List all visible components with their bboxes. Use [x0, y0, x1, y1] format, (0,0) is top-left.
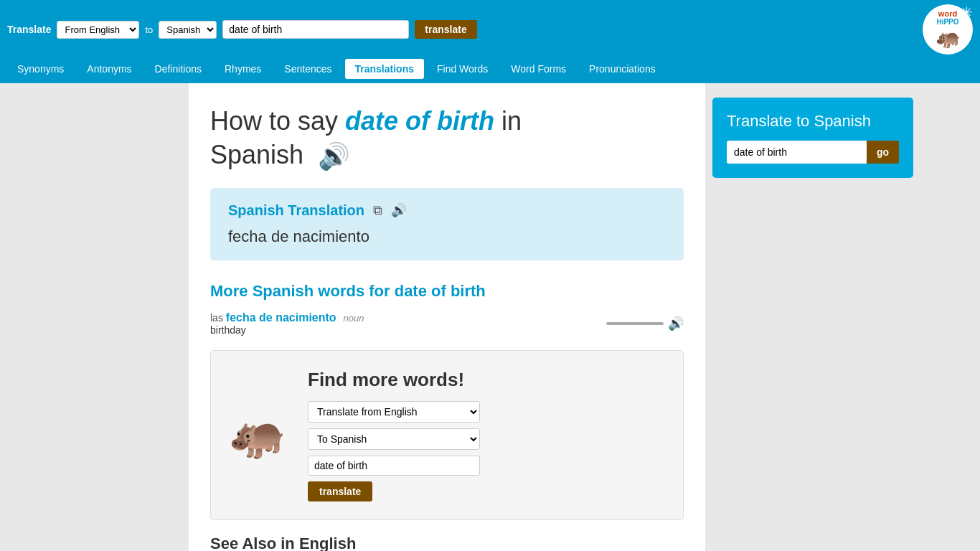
progress-bar: [606, 322, 664, 325]
tab-translations[interactable]: Translations: [345, 59, 424, 79]
copy-icon[interactable]: ⧉: [373, 203, 382, 218]
translation-speaker-icon[interactable]: 🔊: [391, 202, 407, 218]
translate-label: Translate: [7, 24, 51, 35]
find-more-box: 🦛 Find more words! Translate from Englis…: [210, 350, 684, 520]
audio-bar: 🔊: [606, 316, 684, 331]
find-more-content: Find more words! Translate from English …: [308, 369, 665, 501]
word-main-link[interactable]: fecha de nacimiento: [226, 311, 336, 324]
word-article: las: [210, 312, 223, 324]
sidebar-title: Translate to Spanish: [727, 112, 899, 131]
title-speaker-icon[interactable]: 🔊: [318, 140, 350, 174]
logo-word2: HiPPO: [936, 18, 961, 26]
top-bar: Translate From English From Spanish From…: [0, 0, 980, 59]
title-prefix: How to say: [210, 106, 338, 136]
sidebar-go-button[interactable]: go: [867, 141, 899, 164]
header: Translate From English From Spanish From…: [0, 0, 980, 83]
translate-sidebar-box: Translate to Spanish go: [712, 98, 913, 178]
main-layout: How to say date of birth in Spanish 🔊 Sp…: [60, 83, 920, 551]
tab-sentences[interactable]: Sentences: [274, 59, 341, 79]
find-search-input[interactable]: [308, 456, 480, 476]
word-speaker-icon[interactable]: 🔊: [668, 316, 684, 331]
content-area: How to say date of birth in Spanish 🔊 Sp…: [189, 83, 705, 551]
find-to-select[interactable]: To Spanish To French To German: [308, 428, 480, 450]
word-entry-left: las fecha de nacimiento noun birthday: [210, 311, 598, 336]
translation-box-header: Spanish Translation ⧉ 🔊: [228, 202, 666, 219]
word-pos: noun: [344, 313, 364, 324]
translated-word: fecha de nacimiento: [228, 227, 666, 246]
tab-find-words[interactable]: Find Words: [427, 59, 498, 79]
tab-rhymes[interactable]: Rhymes: [215, 59, 271, 79]
hippo-mascot-icon: 🦛: [229, 408, 286, 462]
logo-container: word HiPPO 🦛: [923, 4, 973, 55]
word-line: las fecha de nacimiento noun: [210, 311, 598, 324]
tab-antonyms[interactable]: Antonyms: [77, 59, 141, 79]
word-meaning: birthday: [210, 324, 598, 336]
tab-pronunciations[interactable]: Pronunciations: [579, 59, 666, 79]
search-input[interactable]: [222, 20, 409, 39]
title-lang: Spanish: [210, 140, 303, 169]
more-words-title: More Spanish words for date of birth: [210, 282, 684, 301]
sidebar-input-row: go: [727, 141, 899, 164]
logo-word1: word: [936, 9, 961, 18]
translate-button-top[interactable]: translate: [415, 20, 476, 39]
find-more-title: Find more words!: [308, 369, 665, 391]
translation-box-title: Spanish Translation: [228, 202, 364, 219]
see-also-title: See Also in English: [210, 534, 684, 551]
to-label: to: [145, 24, 153, 35]
tab-word-forms[interactable]: Word Forms: [501, 59, 576, 79]
right-sidebar: Translate to Spanish go: [705, 83, 920, 551]
logo-area: word HiPPO 🦛: [923, 4, 973, 55]
page-title: How to say date of birth in Spanish 🔊: [210, 105, 684, 174]
title-suffix: in: [501, 106, 522, 136]
translation-box: Spanish Translation ⧉ 🔊 fecha de nacimie…: [210, 188, 684, 260]
sidebar-search-input[interactable]: [727, 141, 867, 164]
tab-definitions[interactable]: Definitions: [145, 59, 212, 79]
nav-bar: Synonyms Antonyms Definitions Rhymes Sen…: [0, 59, 980, 83]
title-highlight: date of birth: [345, 106, 494, 136]
find-from-select[interactable]: Translate from English Translate from Sp…: [308, 401, 480, 423]
left-gutter: [60, 83, 189, 551]
to-language-select[interactable]: Spanish French German: [159, 21, 217, 39]
word-entry: las fecha de nacimiento noun birthday 🔊: [210, 311, 684, 336]
from-language-select[interactable]: From English From Spanish From French: [57, 21, 139, 39]
hippo-logo-icon: 🦛: [936, 26, 961, 50]
tab-synonyms[interactable]: Synonyms: [7, 59, 74, 79]
find-translate-button[interactable]: translate: [308, 481, 372, 501]
